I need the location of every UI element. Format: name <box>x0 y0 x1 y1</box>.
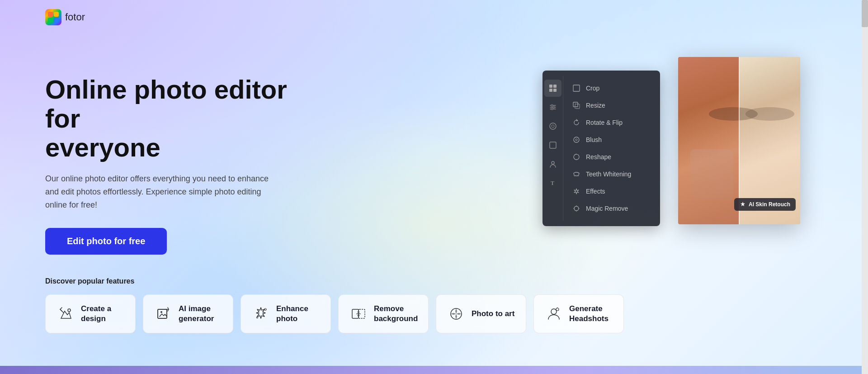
svg-point-12 <box>551 309 557 314</box>
svg-rect-25 <box>550 142 556 148</box>
ai-image-icon <box>154 305 172 323</box>
generate-headshots-icon <box>545 305 563 323</box>
create-design-icon <box>57 305 75 323</box>
edit-photo-button[interactable]: Edit photo for free <box>45 228 167 255</box>
feature-ai-image[interactable]: AI image generator <box>143 294 233 333</box>
logo[interactable]: fotor <box>45 9 85 25</box>
hero-section: Online photo editor for everyone Our onl… <box>45 30 823 333</box>
panel-icon-adjust[interactable] <box>544 99 561 116</box>
panel-icon-people[interactable] <box>544 156 561 173</box>
svg-rect-3 <box>54 18 59 23</box>
svg-point-32 <box>576 139 577 141</box>
svg-point-8 <box>264 308 266 310</box>
svg-point-21 <box>551 104 553 106</box>
editor-panel: T Crop <box>542 71 660 226</box>
menu-item-reshape[interactable]: Reshape <box>563 148 660 166</box>
panel-icon-text[interactable]: T <box>544 175 561 192</box>
menu-item-blush[interactable]: Blush <box>563 131 660 148</box>
hero-right: T Crop <box>542 57 796 251</box>
resize-icon <box>572 101 580 109</box>
menu-item-rotate[interactable]: Rotate & Flip <box>563 114 660 131</box>
eye-right <box>745 107 794 121</box>
ai-badge: AI Skin Retouch <box>734 198 796 211</box>
remove-bg-label: Remove background <box>374 304 418 324</box>
enhance-photo-icon <box>252 305 270 323</box>
teeth-icon <box>572 170 580 178</box>
rotate-icon <box>572 118 580 127</box>
face-before <box>678 57 739 224</box>
svg-rect-2 <box>48 18 53 23</box>
feature-photo-to-art[interactable]: Photo to art <box>436 294 526 333</box>
panel-icon-beauty[interactable] <box>544 118 561 135</box>
menu-item-teeth[interactable]: Teeth Whitening <box>563 166 660 183</box>
create-design-label: Create a design <box>81 304 111 324</box>
effects-icon <box>572 187 580 195</box>
feature-remove-bg[interactable]: Remove background <box>338 294 429 333</box>
magic-icon <box>572 204 580 213</box>
menu-item-effects[interactable]: Effects <box>563 183 660 200</box>
photo-to-art-label: Photo to art <box>472 309 514 319</box>
svg-point-22 <box>553 106 555 108</box>
svg-point-9 <box>257 317 258 318</box>
feature-enhance-photo[interactable]: Enhance photo <box>241 294 331 333</box>
panel-icon-shape[interactable] <box>544 137 561 154</box>
page-container: fotor Online photo editor for everyone O… <box>0 0 868 374</box>
features-title: Discover popular features <box>45 277 326 285</box>
photo-mockup: AI Skin Retouch <box>678 57 800 224</box>
blush-icon <box>572 136 580 144</box>
features-grid: Create a design <box>45 294 326 333</box>
ai-image-label: AI image generator <box>179 304 214 324</box>
svg-rect-29 <box>573 102 578 107</box>
svg-point-24 <box>552 125 554 128</box>
svg-rect-0 <box>48 12 53 17</box>
svg-point-33 <box>574 206 579 211</box>
scrollbar[interactable] <box>862 0 868 374</box>
svg-rect-30 <box>575 104 580 109</box>
feature-generate-headshots[interactable]: Generate Headshots <box>533 294 624 333</box>
menu-item-magic[interactable]: Magic Remove <box>563 200 660 217</box>
svg-rect-17 <box>553 89 557 92</box>
svg-rect-28 <box>573 85 580 91</box>
header: fotor <box>45 0 823 30</box>
brand-name: fotor <box>65 11 85 23</box>
svg-point-4 <box>68 309 71 312</box>
svg-rect-16 <box>549 89 552 92</box>
generate-headshots-label: Generate Headshots <box>569 304 609 324</box>
svg-rect-1 <box>54 12 59 17</box>
svg-point-31 <box>574 137 579 142</box>
svg-point-23 <box>551 108 553 110</box>
menu-item-resize[interactable]: Resize <box>563 97 660 114</box>
svg-rect-14 <box>549 85 552 88</box>
menu-item-crop[interactable]: Crop <box>563 80 660 97</box>
svg-point-26 <box>552 161 554 164</box>
feature-create-design[interactable]: Create a design <box>45 294 136 333</box>
hand-area <box>690 149 733 199</box>
svg-point-7 <box>160 311 162 313</box>
reshape-icon <box>572 153 580 161</box>
hero-description: Our online photo editor offers everythin… <box>45 172 280 211</box>
features-section: Discover popular features Cr <box>45 255 326 333</box>
crop-icon <box>572 84 580 92</box>
photo-to-art-icon <box>447 305 465 323</box>
logo-icon <box>45 9 61 25</box>
enhance-photo-label: Enhance photo <box>276 304 308 324</box>
remove-bg-icon <box>349 305 368 323</box>
svg-text:T: T <box>551 180 554 186</box>
scrollbar-thumb[interactable] <box>862 0 868 27</box>
bottom-bar <box>0 366 868 374</box>
panel-icon-grid[interactable] <box>544 80 561 97</box>
svg-rect-15 <box>553 85 557 88</box>
hero-content: Online photo editor for everyone Our onl… <box>45 57 326 333</box>
hero-title: Online photo editor for everyone <box>45 75 326 161</box>
